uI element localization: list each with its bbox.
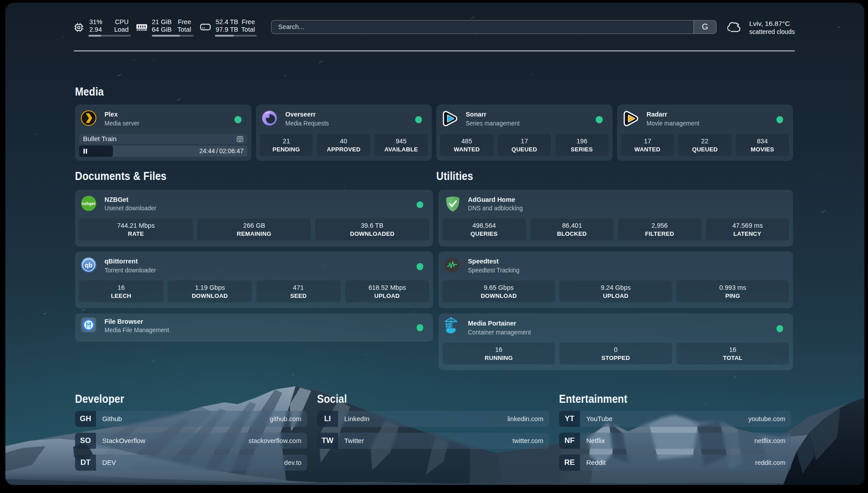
svg-text:nzbget: nzbget	[82, 201, 96, 206]
svg-text:qb: qb	[85, 262, 92, 269]
